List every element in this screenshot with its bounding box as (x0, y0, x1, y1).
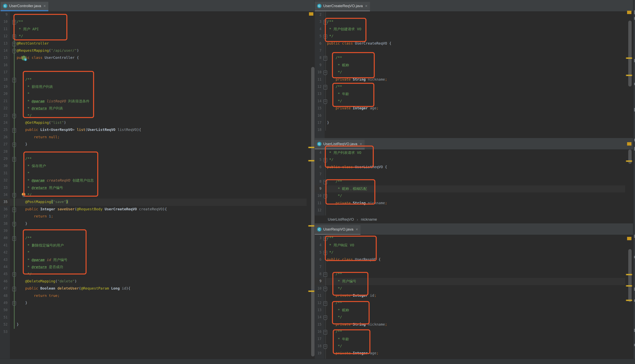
line-number: 53 (0, 330, 8, 334)
line-number: 38 (0, 222, 8, 226)
fold-end-icon[interactable] (324, 34, 327, 39)
fold-end-icon[interactable] (324, 194, 327, 199)
code-line-2: 2 (315, 11, 633, 18)
close-tab-icon[interactable]: ✕ (356, 228, 358, 231)
stripe-todo-marker[interactable] (308, 147, 314, 148)
fold-start-icon[interactable] (12, 20, 16, 24)
fold-start-icon[interactable] (324, 85, 327, 90)
fold-start-icon[interactable] (12, 128, 16, 133)
fold-end-icon[interactable] (324, 344, 327, 349)
fold-start-icon[interactable] (12, 157, 16, 162)
fold-start-icon[interactable] (324, 236, 327, 241)
fold-end-icon[interactable] (324, 70, 327, 75)
sliver-glyph-fragment (634, 83, 635, 85)
code-area-left[interactable]: 910/**11 * 用户 API12 */13@RestController1… (0, 11, 314, 359)
fold-end-icon[interactable] (12, 193, 16, 198)
line-number: 32 (0, 178, 8, 182)
stripe-changed-marker[interactable] (627, 142, 632, 146)
close-tab-icon[interactable]: ✕ (365, 4, 368, 8)
code-text: * (17, 92, 30, 96)
line-number: 12 (0, 34, 8, 38)
code-area-bottom-right[interactable]: 3/**4 * 用户响应 VO5 */6public class UserRes… (315, 235, 633, 359)
code-area-mid-right[interactable]: 4 * 用户列表请求 VO5 */6public class UserListR… (315, 149, 633, 216)
fold-start-icon[interactable] (324, 301, 327, 306)
stripe-changed-marker[interactable] (309, 12, 313, 16)
fold-start-icon[interactable] (324, 180, 327, 184)
fold-end-icon[interactable] (12, 34, 16, 39)
fold-end-icon[interactable] (12, 301, 16, 306)
fold-start-icon[interactable] (324, 272, 327, 277)
code-line-4: 4 * 用户响应 VO (315, 242, 633, 249)
fold-end-icon[interactable] (324, 158, 327, 162)
code-text: } (17, 322, 19, 326)
code-line-45: 45 */ (0, 271, 314, 278)
breadcrumb-item-class[interactable]: UserListReqVO (328, 217, 354, 222)
code-text: public Integer saveUser(@RequestBody Use… (17, 207, 167, 211)
code-line-7: 7 (315, 47, 633, 55)
code-text: */ (327, 250, 334, 254)
fold-start-icon[interactable] (324, 330, 327, 334)
stripe-changed-marker[interactable] (627, 11, 632, 14)
editor-pane-top-right: 23/**4 * 用户创建请求 VO5 */6public class User… (315, 0, 633, 138)
stripe-todo-marker[interactable] (308, 160, 314, 162)
code-text: */ (327, 99, 342, 103)
stripe-todo-marker[interactable] (626, 58, 632, 59)
fold-end-icon[interactable] (12, 222, 16, 226)
close-tab-icon[interactable]: ✕ (360, 142, 362, 146)
scrollbar-thumb[interactable] (628, 20, 632, 86)
fold-start-icon[interactable] (324, 20, 327, 24)
fold-end-icon[interactable] (324, 100, 327, 104)
code-line-3: 3/** (315, 235, 633, 242)
code-line-39: 39 (0, 228, 314, 235)
stripe-todo-marker[interactable] (626, 285, 632, 286)
sliver-glyph-fragment (634, 59, 635, 62)
breadcrumb-item-member[interactable]: nickname (361, 217, 377, 222)
code-line-16: 16 /** (315, 328, 633, 336)
code-text: * 用户列表请求 VO (327, 150, 361, 155)
code-line-29: 29 /** (0, 156, 314, 163)
tab-UserRespVO.java[interactable]: CUserRespVO.java✕ (315, 225, 360, 234)
fold-start-icon[interactable] (12, 287, 16, 291)
line-number: 29 (0, 157, 8, 160)
stripe-todo-marker[interactable] (626, 75, 632, 76)
code-line-20: 20 (315, 357, 633, 359)
fold-start-icon[interactable] (324, 56, 327, 60)
tab-UserCreateReqVO.java[interactable]: CUserCreateReqVO.java✕ (315, 2, 370, 10)
fold-end-icon[interactable] (12, 272, 16, 277)
fold-start-icon[interactable] (12, 78, 16, 82)
scrollbar-thumb[interactable] (628, 249, 632, 302)
sliver-glyph-fragment (634, 300, 635, 302)
line-number: 14 (315, 315, 322, 319)
line-number: 21 (0, 99, 8, 103)
line-number: 14 (315, 99, 322, 103)
close-tab-icon[interactable]: ✕ (44, 4, 46, 8)
fold-end-icon[interactable] (324, 287, 327, 291)
line-number: 10 (315, 194, 322, 198)
code-line-26: 26 return null; (0, 134, 314, 141)
code-line-5: 5 */ (315, 156, 633, 164)
fold-end-icon[interactable] (324, 251, 327, 255)
stripe-todo-marker[interactable] (626, 160, 632, 162)
java-class-icon: C (3, 4, 7, 8)
fold-start-icon[interactable] (12, 42, 16, 46)
code-line-31: 31 * (0, 170, 314, 177)
stripe-todo-marker[interactable] (626, 300, 632, 301)
stripe-todo-marker[interactable] (308, 290, 314, 292)
tab-UserListReqVO.java[interactable]: CUserListReqVO.java✕ (315, 140, 365, 148)
fold-start-icon[interactable] (12, 208, 16, 212)
stripe-todo-marker[interactable] (308, 225, 314, 226)
code-area-top-right[interactable]: 23/**4 * 用户创建请求 VO5 */6public class User… (315, 11, 633, 138)
line-number: 16 (315, 114, 322, 118)
stripe-changed-marker[interactable] (627, 237, 632, 240)
scrollbar-thumb[interactable] (311, 67, 314, 356)
stripe-todo-marker[interactable] (626, 274, 632, 275)
fold-end-icon[interactable] (324, 316, 327, 320)
fold-end-icon[interactable] (12, 142, 16, 147)
fold-end-icon[interactable] (12, 114, 16, 118)
line-number: 6 (315, 165, 322, 169)
fold-start-icon[interactable] (12, 236, 16, 241)
code-text: */ (17, 192, 32, 197)
tab-UserController.java[interactable]: CUserController.java✕ (0, 2, 48, 10)
active-tab-underline (315, 10, 370, 11)
fold-end-icon[interactable] (12, 49, 16, 54)
